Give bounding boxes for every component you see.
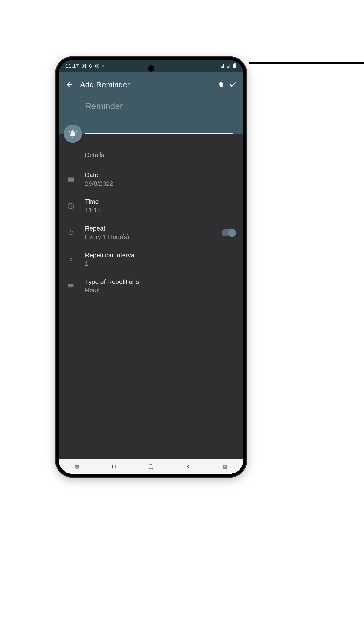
svg-point-15 — [75, 464, 79, 469]
camera-punch-hole — [148, 65, 154, 72]
repeat-row[interactable]: Repeat Every 1 Hour(s) — [59, 220, 244, 246]
interval-row[interactable]: Repetition Interval 1 — [59, 246, 244, 273]
dot-icon: • — [102, 63, 104, 69]
date-value: 29/8/2022 — [85, 180, 236, 187]
svg-point-19 — [78, 467, 78, 468]
svg-rect-5 — [234, 64, 236, 68]
app-header: Add Reminder Reminder — [59, 72, 244, 134]
svg-rect-11 — [68, 284, 74, 284]
svg-point-1 — [83, 65, 84, 66]
signal-icon — [227, 64, 231, 68]
up-down-icon — [66, 254, 76, 265]
svg-rect-12 — [68, 285, 74, 286]
screen: 11:17 G • — [59, 60, 244, 474]
date-row[interactable]: Date 29/8/2022 — [59, 166, 244, 193]
status-left: 11:17 G • — [66, 63, 104, 69]
time-row[interactable]: Time 11:17 — [59, 193, 244, 220]
nav-extra-right[interactable] — [213, 461, 237, 472]
interval-value: 1 — [85, 260, 236, 268]
details-section-label: Details — [59, 148, 244, 166]
clock-icon — [66, 201, 76, 212]
battery-icon — [233, 63, 236, 69]
time-label: Time — [85, 198, 236, 206]
nav-home[interactable] — [139, 461, 163, 472]
signal-icon — [220, 64, 225, 68]
interval-label: Repetition Interval — [85, 252, 236, 259]
svg-rect-14 — [68, 287, 72, 288]
status-time: 11:17 — [66, 63, 79, 69]
repeat-toggle[interactable] — [222, 229, 235, 236]
toggle-knob — [228, 228, 236, 237]
content-area: Details Date 29/8/2022 Time 11:17 — [59, 134, 244, 460]
type-label: Type of Repetitions — [85, 278, 236, 286]
navigation-bar — [59, 460, 244, 474]
g-icon: G — [88, 63, 92, 69]
bell-fab[interactable] — [64, 124, 82, 143]
instagram-icon — [95, 64, 100, 68]
reminder-input[interactable]: Reminder — [64, 92, 238, 133]
svg-point-17 — [78, 466, 78, 466]
svg-point-16 — [76, 466, 77, 466]
status-right — [220, 63, 236, 69]
repeat-value: Every 1 Hour(s) — [85, 233, 213, 241]
repeat-label: Repeat — [85, 225, 213, 232]
phone-frame: 11:17 G • — [56, 57, 246, 477]
svg-point-3 — [96, 65, 98, 67]
svg-rect-8 — [68, 179, 74, 180]
nav-back[interactable] — [176, 461, 200, 472]
svg-rect-6 — [234, 63, 236, 64]
svg-rect-7 — [68, 178, 74, 178]
list-icon — [66, 281, 76, 292]
input-underline — [85, 133, 233, 134]
confirm-button[interactable] — [227, 79, 238, 90]
nav-extra-left[interactable] — [65, 461, 89, 472]
type-row[interactable]: Type of Repetitions Hour — [59, 273, 244, 300]
image-icon — [81, 64, 86, 68]
page-title: Add Reminder — [80, 80, 215, 89]
reminder-placeholder: Reminder — [85, 101, 123, 111]
svg-rect-13 — [68, 286, 74, 287]
svg-point-18 — [76, 467, 77, 468]
svg-point-4 — [98, 65, 98, 65]
nav-recents[interactable] — [102, 461, 126, 472]
repeat-icon — [66, 228, 76, 238]
time-value: 11:17 — [85, 206, 236, 214]
calendar-icon — [66, 174, 76, 185]
usb-cable — [249, 62, 364, 64]
type-value: Hour — [85, 286, 236, 294]
app-toolbar: Add Reminder — [64, 78, 238, 92]
delete-button[interactable] — [215, 79, 227, 90]
back-button[interactable] — [64, 79, 75, 90]
svg-rect-23 — [149, 464, 153, 469]
svg-rect-9 — [68, 180, 74, 181]
date-label: Date — [85, 171, 236, 179]
